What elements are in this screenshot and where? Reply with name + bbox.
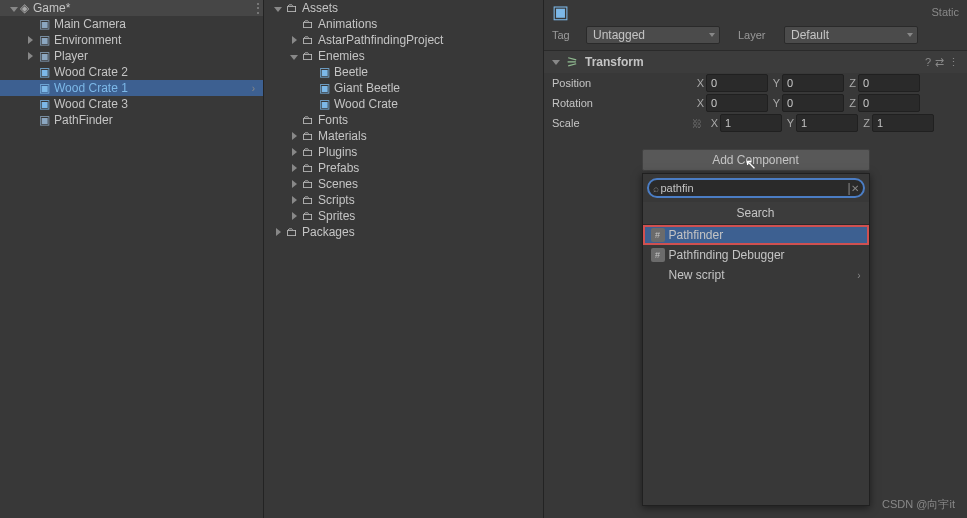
folder-icon: 🗀: [300, 16, 316, 32]
caret-right-icon: [288, 35, 300, 46]
rotation-z-input[interactable]: [858, 94, 920, 112]
caret-right-icon: [24, 35, 36, 46]
tag-label: Tag: [552, 29, 580, 41]
search-clear-icon[interactable]: ✕: [851, 183, 859, 194]
folder-row[interactable]: 🗀 Materials: [264, 128, 543, 144]
folder-icon: 🗀: [300, 48, 316, 64]
layer-dropdown[interactable]: Default: [784, 26, 918, 44]
prefab-row[interactable]: ▣ Beetle: [264, 64, 543, 80]
gameobject-cube-icon: ▣: [552, 4, 568, 20]
caret-down-icon: [552, 60, 560, 65]
folder-row[interactable]: 🗀 Plugins: [264, 144, 543, 160]
search-header: Search: [643, 202, 869, 225]
search-result-pathfinding-debugger[interactable]: # Pathfinding Debugger: [643, 245, 869, 265]
hierarchy-item[interactable]: ▣ Player: [0, 48, 263, 64]
folder-row[interactable]: 🗀 Prefabs: [264, 160, 543, 176]
folder-icon: 🗀: [300, 128, 316, 144]
scale-y-input[interactable]: [796, 114, 858, 132]
constrain-icon[interactable]: ⛓: [692, 118, 702, 129]
rotation-y-input[interactable]: [782, 94, 844, 112]
project-panel: 🗀 Assets 🗀 Animations 🗀 AstarPathfinding…: [264, 0, 544, 518]
caret-right-icon: [288, 211, 300, 222]
folder-icon: 🗀: [284, 224, 300, 240]
caret-right-icon: [272, 227, 284, 238]
tag-layer-row: Tag Untagged Layer Default: [544, 24, 967, 50]
prefab-row[interactable]: ▣ Wood Crate: [264, 96, 543, 112]
search-box[interactable]: ⌕ | ✕: [647, 178, 865, 198]
folder-row[interactable]: 🗀 Sprites: [264, 208, 543, 224]
search-result-new-script[interactable]: New script ›: [643, 265, 869, 285]
folder-row[interactable]: 🗀 Scenes: [264, 176, 543, 192]
rotation-x-input[interactable]: [706, 94, 768, 112]
more-icon[interactable]: ⋮: [251, 0, 263, 16]
scene-name: Game*: [33, 1, 70, 15]
prefab-icon: ▣: [316, 96, 332, 112]
gameobject-icon: ▣: [36, 112, 52, 128]
tag-dropdown[interactable]: Untagged: [586, 26, 720, 44]
folder-row[interactable]: 🗀 AstarPathfindingProject: [264, 32, 543, 48]
hierarchy-item[interactable]: ▣ Environment: [0, 32, 263, 48]
folder-icon: 🗀: [300, 112, 316, 128]
folder-icon: 🗀: [300, 192, 316, 208]
search-input[interactable]: [661, 182, 848, 194]
position-x-input[interactable]: [706, 74, 768, 92]
help-icon[interactable]: ?: [925, 56, 931, 69]
gameobject-icon: ▣: [36, 32, 52, 48]
scene-row[interactable]: ◈ Game* ⋮: [0, 0, 263, 16]
add-component-button[interactable]: Add Component: [642, 149, 870, 171]
component-search-popup: ⌕ | ✕ Search # Pathfinder # Pathfinding …: [642, 173, 870, 506]
folder-icon: 🗀: [300, 144, 316, 160]
script-icon: #: [651, 248, 665, 262]
hierarchy-item-selected[interactable]: ▣ Wood Crate 1 ›: [0, 80, 263, 96]
caret-right-icon: [288, 195, 300, 206]
folder-row[interactable]: 🗀 Enemies: [264, 48, 543, 64]
caret-down-icon: [272, 3, 284, 14]
scale-row: Scale ⛓ X Y Z: [544, 113, 967, 133]
script-icon: #: [651, 228, 665, 242]
unity-icon: ◈: [20, 1, 29, 15]
folder-icon: 🗀: [300, 208, 316, 224]
packages-row[interactable]: 🗀 Packages: [264, 224, 543, 240]
prefab-icon: ▣: [316, 64, 332, 80]
caret-right-icon: [288, 131, 300, 142]
hierarchy-item[interactable]: ▣ Wood Crate 2: [0, 64, 263, 80]
prefab-row[interactable]: ▣ Giant Beetle: [264, 80, 543, 96]
hierarchy-item[interactable]: ▣ Wood Crate 3: [0, 96, 263, 112]
folder-icon: 🗀: [284, 0, 300, 16]
folder-icon: 🗀: [300, 32, 316, 48]
chevron-right-icon: ›: [857, 270, 860, 281]
position-y-input[interactable]: [782, 74, 844, 92]
caret-right-icon: [288, 179, 300, 190]
folder-row[interactable]: 🗀 Fonts: [264, 112, 543, 128]
static-label: Static: [931, 6, 959, 18]
inspector-header: ▣ Static: [544, 0, 967, 24]
position-row: Position X Y Z: [544, 73, 967, 93]
inspector-panel: ▣ Static Tag Untagged Layer Default ⚞ Tr…: [544, 0, 967, 518]
transform-icon: ⚞: [566, 54, 579, 70]
assets-root-row[interactable]: 🗀 Assets: [264, 0, 543, 16]
gameobject-icon: ▣: [36, 16, 52, 32]
chevron-right-icon[interactable]: ›: [252, 83, 255, 94]
gameobject-icon: ▣: [36, 48, 52, 64]
hierarchy-item[interactable]: ▣ Main Camera: [0, 16, 263, 32]
folder-row[interactable]: 🗀 Scripts: [264, 192, 543, 208]
watermark: CSDN @向宇it: [882, 497, 955, 512]
preset-icon[interactable]: ⇄: [935, 56, 944, 69]
folder-icon: 🗀: [300, 160, 316, 176]
transform-title: Transform: [585, 55, 925, 69]
prefab-icon: ▣: [316, 80, 332, 96]
position-label: Position: [552, 77, 692, 89]
add-component-section: Add Component ⌕ | ✕ Search # Pathfinder …: [544, 149, 967, 171]
scale-z-input[interactable]: [872, 114, 934, 132]
assets-label: Assets: [302, 1, 338, 15]
transform-header[interactable]: ⚞ Transform ? ⇄ ⋮: [544, 51, 967, 73]
prefab-icon: ▣: [36, 64, 52, 80]
search-result-pathfinder[interactable]: # Pathfinder: [643, 225, 869, 245]
menu-icon[interactable]: ⋮: [948, 56, 959, 69]
caret-right-icon: [24, 51, 36, 62]
scale-x-input[interactable]: [720, 114, 782, 132]
hierarchy-item[interactable]: ▣ PathFinder: [0, 112, 263, 128]
folder-row[interactable]: 🗀 Animations: [264, 16, 543, 32]
caret-right-icon: [288, 147, 300, 158]
position-z-input[interactable]: [858, 74, 920, 92]
